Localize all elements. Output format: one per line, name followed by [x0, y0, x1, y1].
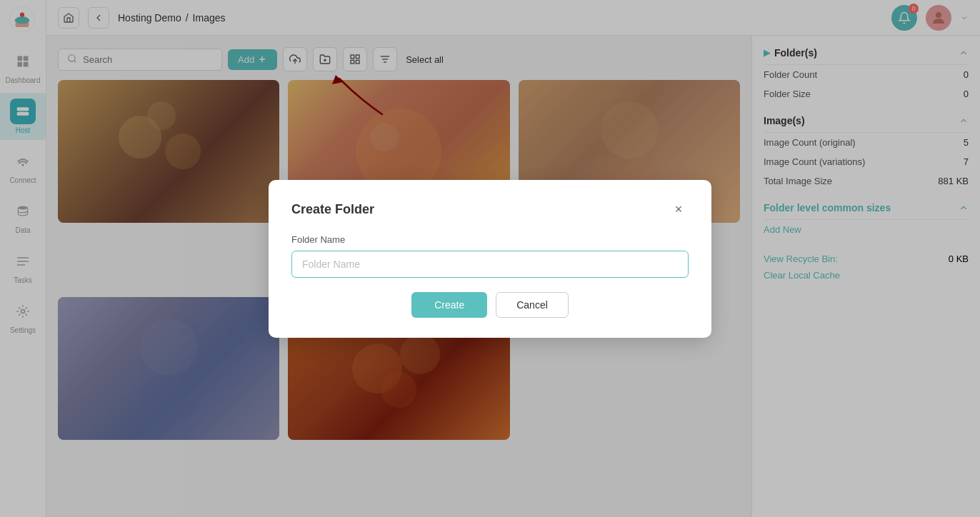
create-button[interactable]: Create [411, 292, 487, 318]
modal-overlay: Create Folder × Folder Name Create Cance… [0, 0, 980, 517]
modal-close-button[interactable]: × [669, 200, 689, 220]
cancel-button[interactable]: Cancel [496, 292, 569, 318]
folder-name-input[interactable] [291, 251, 689, 278]
modal-title: Create Folder [291, 202, 374, 217]
modal-actions: Create Cancel [291, 292, 689, 318]
folder-name-label: Folder Name [291, 234, 689, 245]
create-folder-modal: Create Folder × Folder Name Create Cance… [269, 180, 711, 338]
modal-header: Create Folder × [291, 200, 689, 220]
